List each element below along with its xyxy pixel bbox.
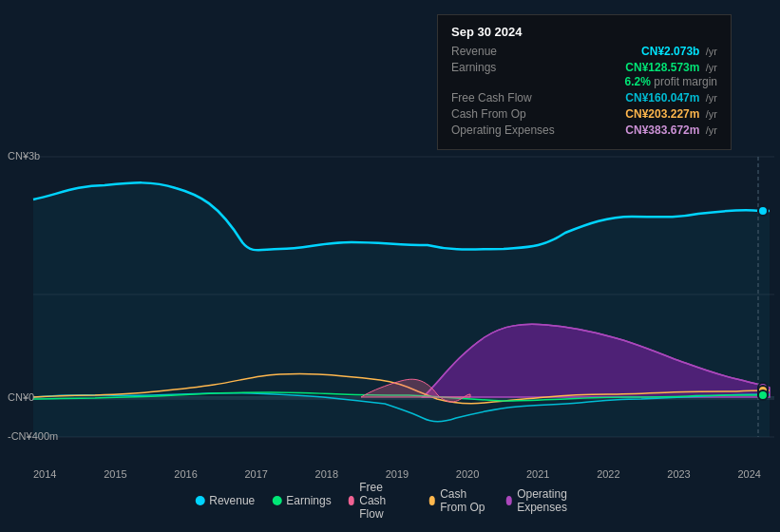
legend-fcf-label: Free Cash Flow bbox=[359, 481, 411, 521]
legend-cashfromop-dot bbox=[429, 496, 436, 505]
y-label-mid: CN¥0 bbox=[8, 391, 34, 403]
tooltip-opex-value: CN¥383.672m bbox=[625, 124, 699, 137]
x-label-2017: 2017 bbox=[244, 468, 267, 480]
tooltip-profit-margin-text: profit margin bbox=[651, 75, 717, 88]
legend-opex[interactable]: Operating Expenses bbox=[506, 487, 585, 514]
tooltip-cashfromop-value: CN¥203.227m bbox=[625, 107, 699, 121]
x-label-2022: 2022 bbox=[597, 468, 619, 480]
x-label-2016: 2016 bbox=[174, 468, 197, 480]
tooltip-opex-label: Operating Expenses bbox=[451, 124, 555, 137]
x-label-2014: 2014 bbox=[33, 468, 56, 480]
tooltip-earnings-label: Earnings bbox=[451, 61, 496, 74]
tooltip-opex-unit: /yr bbox=[706, 124, 717, 136]
x-label-2015: 2015 bbox=[104, 468, 126, 480]
svg-point-11 bbox=[758, 390, 768, 400]
y-label-bottom: -CN¥400m bbox=[8, 430, 58, 442]
tooltip-cashfromop-row: Cash From Op CN¥203.227m /yr bbox=[451, 107, 717, 121]
legend-opex-dot bbox=[506, 496, 513, 505]
tooltip-revenue-row: Revenue CN¥2.073b /yr bbox=[451, 45, 717, 58]
tooltip-cashfromop-label: Cash From Op bbox=[451, 107, 526, 121]
legend-cashfromop[interactable]: Cash From Op bbox=[429, 487, 489, 514]
x-label-2020: 2020 bbox=[456, 468, 479, 480]
tooltip-fcf-value: CN¥160.047m bbox=[625, 91, 699, 104]
tooltip-earnings-row: Earnings CN¥128.573m /yr bbox=[451, 61, 717, 74]
legend-revenue[interactable]: Revenue bbox=[195, 494, 255, 507]
legend-revenue-label: Revenue bbox=[209, 494, 255, 507]
x-label-2024: 2024 bbox=[737, 468, 760, 480]
legend-earnings-dot bbox=[272, 496, 281, 505]
tooltip-date: Sep 30 2024 bbox=[451, 25, 717, 39]
legend-earnings[interactable]: Earnings bbox=[272, 494, 331, 507]
tooltip-revenue-unit: /yr bbox=[706, 46, 717, 57]
tooltip-fcf-label: Free Cash Flow bbox=[451, 91, 532, 104]
tooltip-fcf-unit: /yr bbox=[706, 92, 717, 104]
tooltip-revenue-value: CN¥2.073b bbox=[641, 45, 699, 58]
chart-container: CN¥3b CN¥0 -CN¥400m 2014 2015 2016 2017 … bbox=[0, 0, 780, 532]
tooltip-fcf-row: Free Cash Flow CN¥160.047m /yr bbox=[451, 91, 717, 104]
legend-opex-label: Operating Expenses bbox=[517, 487, 585, 514]
tooltip-earnings-unit: /yr bbox=[706, 62, 717, 73]
legend-revenue-dot bbox=[195, 496, 204, 505]
tooltip-profit-margin-row: 6.2% profit margin bbox=[451, 75, 717, 88]
x-axis: 2014 2015 2016 2017 2018 2019 2020 2021 … bbox=[0, 468, 780, 480]
y-label-top: CN¥3b bbox=[8, 150, 40, 162]
chart-legend: Revenue Earnings Free Cash Flow Cash Fro… bbox=[195, 481, 585, 521]
legend-cashfromop-label: Cash From Op bbox=[440, 487, 488, 514]
tooltip-opex-row: Operating Expenses CN¥383.672m /yr bbox=[451, 124, 717, 137]
tooltip: Sep 30 2024 Revenue CN¥2.073b /yr Earnin… bbox=[437, 14, 732, 150]
x-label-2021: 2021 bbox=[526, 468, 549, 480]
tooltip-cashfromop-unit: /yr bbox=[706, 108, 717, 120]
legend-earnings-label: Earnings bbox=[286, 494, 331, 507]
x-label-2019: 2019 bbox=[386, 468, 409, 480]
legend-fcf[interactable]: Free Cash Flow bbox=[349, 481, 412, 521]
legend-fcf-dot bbox=[349, 496, 355, 505]
tooltip-revenue-label: Revenue bbox=[451, 45, 497, 58]
x-label-2018: 2018 bbox=[315, 468, 338, 480]
tooltip-profit-margin-value: 6.2% bbox=[625, 75, 651, 88]
svg-point-7 bbox=[758, 206, 768, 216]
x-label-2023: 2023 bbox=[667, 468, 690, 480]
tooltip-earnings-value: CN¥128.573m bbox=[625, 61, 699, 74]
